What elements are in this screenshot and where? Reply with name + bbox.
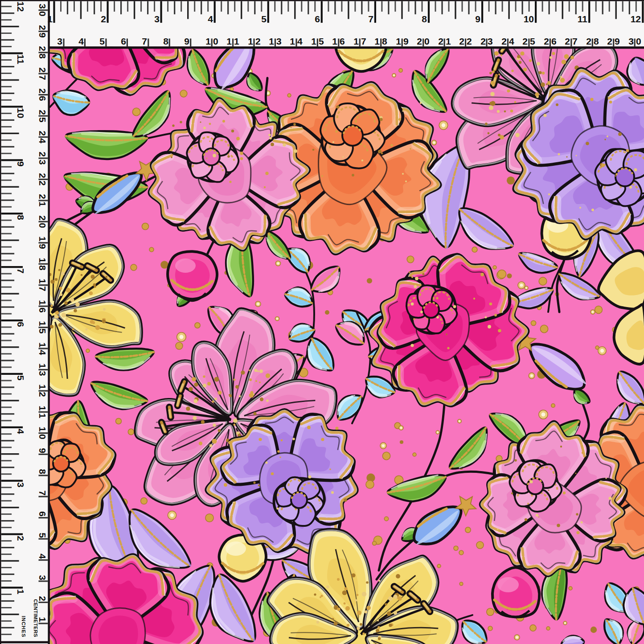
svg-text:8: 8	[37, 469, 48, 474]
svg-text:2: 2	[586, 36, 591, 46]
svg-text:9: 9	[37, 244, 48, 249]
svg-text:0: 0	[37, 434, 48, 439]
svg-text:5: 5	[319, 36, 324, 46]
svg-text:11: 11	[578, 14, 588, 24]
svg-text:9: 9	[37, 33, 48, 38]
svg-text:9: 9	[184, 36, 189, 46]
svg-text:3: 3	[276, 36, 282, 46]
svg-text:3: 3	[37, 160, 48, 165]
svg-text:1: 1	[311, 36, 316, 46]
svg-text:3: 3	[37, 575, 48, 580]
svg-text:8: 8	[37, 265, 48, 271]
svg-text:9: 9	[403, 36, 409, 46]
svg-text:2: 2	[459, 36, 464, 46]
svg-text:2: 2	[417, 36, 422, 46]
svg-text:7: 7	[572, 36, 578, 46]
svg-text:1: 1	[37, 236, 48, 242]
svg-text:1: 1	[234, 36, 239, 46]
svg-text:2: 2	[16, 536, 26, 541]
svg-text:CENTIMETERS: CENTIMETERS	[33, 599, 38, 637]
svg-text:8: 8	[422, 14, 427, 24]
svg-text:2: 2	[438, 36, 443, 46]
svg-text:3: 3	[154, 14, 160, 24]
svg-text:2: 2	[37, 131, 48, 136]
svg-text:1: 1	[269, 36, 274, 46]
svg-text:4: 4	[78, 36, 84, 46]
svg-text:1: 1	[37, 427, 48, 432]
svg-text:8: 8	[16, 215, 26, 220]
svg-text:7: 7	[361, 36, 366, 46]
svg-text:2: 2	[37, 194, 48, 199]
svg-text:9: 9	[615, 36, 620, 46]
svg-text:5: 5	[37, 117, 48, 123]
svg-text:1: 1	[37, 617, 48, 622]
svg-text:8: 8	[37, 53, 48, 59]
svg-text:1: 1	[37, 258, 48, 263]
svg-text:1: 1	[47, 14, 53, 24]
svg-text:7: 7	[16, 268, 26, 274]
svg-text:1: 1	[396, 36, 401, 46]
svg-text:6: 6	[16, 322, 26, 327]
svg-text:1: 1	[37, 413, 48, 418]
svg-text:12: 12	[631, 14, 641, 24]
svg-text:4: 4	[37, 554, 48, 559]
svg-text:2: 2	[467, 36, 472, 46]
svg-text:4: 4	[509, 36, 514, 46]
svg-text:5: 5	[16, 375, 26, 381]
svg-text:2: 2	[37, 25, 48, 30]
svg-text:11: 11	[16, 54, 26, 65]
svg-text:6: 6	[37, 96, 48, 101]
svg-text:5: 5	[261, 14, 267, 24]
svg-text:1: 1	[248, 36, 253, 46]
svg-text:1: 1	[37, 300, 48, 305]
svg-text:1: 1	[446, 36, 451, 46]
svg-text:2: 2	[37, 152, 48, 157]
svg-text:7: 7	[37, 286, 48, 291]
svg-text:2: 2	[501, 36, 507, 46]
svg-text:4: 4	[37, 138, 48, 144]
svg-text:4: 4	[208, 14, 213, 24]
svg-text:7: 7	[368, 14, 373, 24]
svg-text:2: 2	[607, 36, 612, 46]
svg-text:1: 1	[16, 589, 26, 595]
svg-text:6: 6	[37, 511, 48, 517]
svg-text:2: 2	[522, 36, 528, 46]
svg-text:0: 0	[636, 36, 641, 46]
svg-text:2: 2	[544, 36, 549, 46]
svg-text:2: 2	[37, 110, 48, 115]
svg-text:6: 6	[315, 14, 320, 24]
svg-text:4: 4	[37, 350, 48, 355]
svg-text:3: 3	[16, 482, 26, 488]
svg-text:1: 1	[37, 384, 48, 390]
svg-text:8: 8	[163, 36, 168, 46]
svg-text:6: 6	[121, 36, 126, 46]
svg-text:3: 3	[37, 4, 48, 9]
svg-text:2: 2	[37, 392, 48, 397]
svg-text:12: 12	[16, 1, 26, 12]
svg-text:1: 1	[332, 36, 337, 46]
svg-text:0: 0	[37, 223, 48, 228]
svg-text:2: 2	[37, 46, 48, 51]
svg-text:8: 8	[594, 36, 599, 46]
svg-text:2: 2	[101, 14, 106, 24]
svg-text:8: 8	[382, 36, 387, 46]
svg-text:5: 5	[37, 328, 48, 334]
svg-text:2: 2	[37, 67, 48, 73]
svg-text:7: 7	[37, 490, 48, 496]
svg-text:1: 1	[374, 36, 380, 46]
svg-text:3: 3	[628, 36, 634, 46]
svg-text:3: 3	[37, 371, 48, 376]
svg-text:1: 1	[226, 36, 232, 46]
svg-text:10: 10	[524, 14, 534, 24]
svg-text:1: 1	[37, 201, 48, 207]
svg-text:2: 2	[37, 180, 48, 186]
svg-text:1: 1	[290, 36, 295, 46]
svg-text:3: 3	[57, 36, 62, 46]
svg-text:1: 1	[37, 321, 48, 326]
svg-text:1: 1	[37, 406, 48, 411]
svg-text:4: 4	[297, 36, 303, 46]
svg-text:4: 4	[16, 429, 26, 434]
svg-text:6: 6	[551, 36, 557, 46]
svg-text:1: 1	[37, 342, 48, 348]
svg-text:6: 6	[340, 36, 345, 46]
